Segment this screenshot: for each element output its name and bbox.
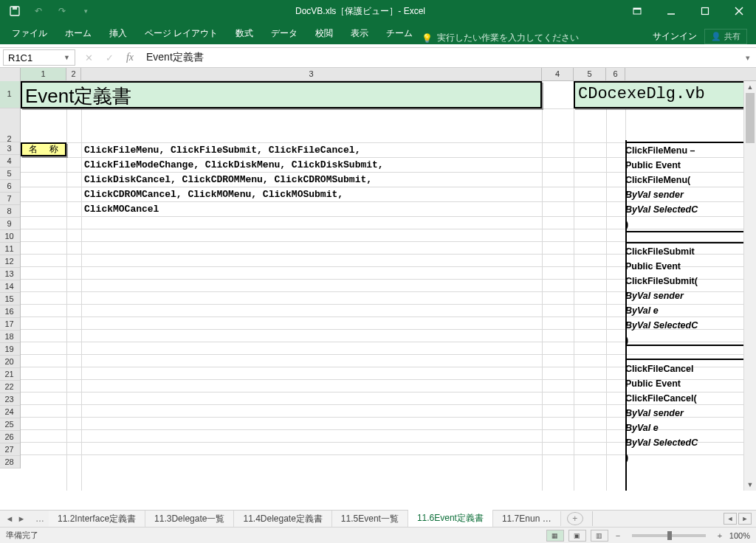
sheet-nav-first-icon[interactable]: ◄ [4,514,15,523]
ribbon-options-icon[interactable] [620,0,654,22]
cell-filename[interactable]: CDocexeDlg.vb [574,81,756,108]
col-header[interactable]: 6 [606,68,625,80]
tab-data[interactable]: データ [262,23,306,44]
view-normal-icon[interactable]: ▦ [546,530,564,542]
cell-text[interactable]: ClickFileMenu – [625,143,698,158]
row-header[interactable]: 21 [0,368,20,381]
sheet-tab[interactable]: 11.3Delegate一覧 [145,511,234,528]
sheet-overflow-icon[interactable]: … [31,513,49,524]
row-header[interactable]: 25 [0,418,20,431]
tab-team[interactable]: チーム [377,23,422,44]
formula-input[interactable]: Event定義書 [140,51,740,64]
cell-text[interactable]: ClickFileModeChange, ClickDiskMenu, Clic… [84,158,384,173]
tab-view[interactable]: 表示 [342,23,377,44]
row-header[interactable]: 5 [0,167,20,180]
qat-dropdown-icon[interactable]: ▾ [75,2,96,20]
view-pagelayout-icon[interactable]: ▣ [568,530,586,542]
undo-icon[interactable]: ↶ [28,2,49,20]
signin-link[interactable]: サインイン [653,30,697,43]
tell-me[interactable]: 💡 実行したい作業を入力してください [422,32,579,44]
cell-text[interactable]: ByVal sender [625,406,698,421]
cell-text[interactable]: ClickFileMenu( [625,173,698,187]
row-header[interactable]: 17 [0,318,20,331]
tab-review[interactable]: 校閲 [306,23,342,44]
save-icon[interactable] [4,2,25,20]
cell-text[interactable]: ClickFileSubmit( [625,274,698,288]
cell-text[interactable]: Public Event [625,376,698,391]
row-header[interactable]: 11 [0,243,20,255]
name-box[interactable]: R1C1 ▼ [3,49,75,66]
close-button[interactable] [722,0,756,22]
row-header[interactable]: 2 [0,108,20,142]
cell-text[interactable]: ClickFileMenu, ClickFileSubmit, ClickFil… [84,143,360,158]
cell-text[interactable]: ) [625,450,698,465]
row-header[interactable]: 22 [0,381,20,393]
row-header[interactable]: 28 [0,456,20,468]
col-header[interactable]: 2 [66,68,81,80]
cell-text[interactable]: ClickCDROMCancel, ClickMOMenu, ClickMOSu… [84,187,343,202]
cell-text[interactable]: ByVal e [625,303,698,318]
cell-title[interactable]: Event定義書 [21,81,542,108]
cell-text[interactable]: Public Event [625,259,698,274]
cell-text[interactable]: ClickFileSubmit [625,244,698,259]
zoom-level[interactable]: 100% [729,531,750,540]
cell-text[interactable]: ByVal SelectedC [625,318,698,333]
cell-text[interactable]: ByVal sender [625,288,698,303]
row-header[interactable]: 14 [0,280,20,293]
splitter[interactable] [592,511,597,526]
add-sheet-button[interactable]: + [567,512,583,525]
chevron-down-icon[interactable]: ▼ [63,54,70,61]
redo-icon[interactable]: ↷ [52,2,72,20]
row-header[interactable]: 19 [0,343,20,356]
row-header[interactable]: 23 [0,393,20,406]
row-header[interactable]: 18 [0,331,20,343]
cancel-formula-icon[interactable]: ✕ [78,49,99,66]
row-header[interactable]: 24 [0,406,20,418]
minimize-button[interactable] [654,0,688,22]
vertical-scrollbar[interactable]: ▲ ▼ [743,81,756,491]
share-button[interactable]: 👤 共有 [704,29,747,44]
enter-formula-icon[interactable]: ✓ [99,49,120,66]
cell-text[interactable]: ByVal SelectedC [625,435,698,450]
hscroll-left-icon[interactable]: ◄ [724,513,737,525]
col-header[interactable]: 3 [81,68,542,80]
zoom-in-button[interactable]: + [715,531,725,540]
sheet-tab[interactable]: 11.7Enun … [493,511,561,526]
sheet-nav-prev-icon[interactable]: ► [16,514,27,523]
cell-text[interactable]: ) [625,217,698,232]
row-header[interactable]: 20 [0,356,20,368]
sheet-tab[interactable]: 11.5Event一覧 [332,511,408,528]
cell-text[interactable]: ClickMOCancel [84,202,159,217]
row-header[interactable]: 16 [0,305,20,318]
row-header[interactable]: 10 [0,230,20,243]
cell-label-name[interactable]: 名 称 [21,142,66,156]
sheet-tab-active[interactable]: 11.6Event定義書 [408,510,493,528]
tab-file[interactable]: ファイル [3,23,56,44]
fx-icon[interactable]: fx [120,49,140,66]
tab-pagelayout[interactable]: ページ レイアウト [136,23,227,44]
cell-text[interactable]: ByVal SelectedC [625,202,698,217]
col-header[interactable]: 5 [574,68,606,80]
scroll-up-icon[interactable]: ▲ [744,81,756,93]
row-header[interactable]: 27 [0,443,20,456]
hscroll-right-icon[interactable]: ► [738,513,752,525]
row-header[interactable]: 3 [0,142,20,155]
cell-text[interactable]: ClickFileCancel( [625,391,698,406]
scrollbar-thumb[interactable] [746,93,755,143]
zoom-slider[interactable] [632,534,706,537]
spreadsheet-grid[interactable]: Event定義書 CDocexeDlg.vb 名 称 ClickFileMenu… [21,81,756,491]
row-header[interactable]: 15 [0,293,20,305]
sheet-tab[interactable]: 11.2Interface定義書 [49,511,145,528]
row-header[interactable]: 9 [0,218,20,230]
row-header[interactable]: 7 [0,193,20,205]
tab-insert[interactable]: 挿入 [100,23,136,44]
select-all[interactable] [0,68,21,81]
row-header[interactable]: 1 [0,81,20,108]
row-header[interactable]: 26 [0,431,20,443]
row-header[interactable]: 8 [0,205,20,218]
zoom-out-button[interactable]: − [613,531,623,540]
cell-text[interactable]: ) [625,333,698,347]
tab-formulas[interactable]: 数式 [227,23,262,44]
maximize-button[interactable] [688,0,722,22]
scroll-down-icon[interactable]: ▼ [744,479,756,491]
